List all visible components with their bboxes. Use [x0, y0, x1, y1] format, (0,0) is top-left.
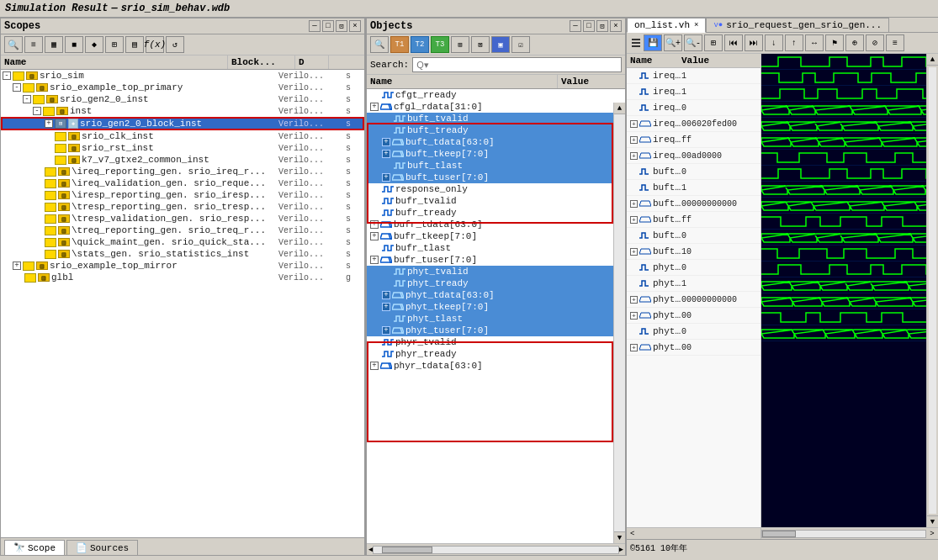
obj-scroll-up[interactable]: ▲ [614, 103, 625, 114]
scope-tree-item[interactable]: ▤\treq_reporting_gen. srio_treq_r...Veri… [1, 225, 364, 236]
expand-icon[interactable]: + [382, 326, 390, 335]
scope-tree-item[interactable]: ▤\ireq_validation_gen. srio_reque...Veri… [1, 177, 364, 189]
wave-signal-row[interactable]: buft_tready1 [627, 180, 760, 196]
expand-icon[interactable]: + [630, 296, 638, 304]
scope-tree-item[interactable]: ▤srio_clk_instVerilo...s [1, 130, 364, 142]
object-list-item[interactable]: response_only [367, 183, 625, 195]
scopes-minimize-btn[interactable]: — [309, 20, 321, 32]
scope-tree-item[interactable]: -▤srio_simVerilo...s [1, 70, 364, 82]
objects-scroll-thumb[interactable] [382, 547, 432, 553]
object-list-item[interactable]: + cfgl_rdata[31:0] [367, 101, 625, 113]
wave-signal-row[interactable]: ireq_tready1 [627, 84, 760, 100]
scope-tree-item[interactable]: ▤\iresp_reporting_gen. srio_iresp...Veri… [1, 189, 364, 201]
expand-icon[interactable]: + [382, 150, 390, 158]
wave-signal-row[interactable]: + phyt_...7:000 [627, 340, 760, 356]
expand-icon[interactable]: + [382, 291, 390, 299]
object-list-item[interactable]: phyt_tvalid [367, 266, 625, 277]
wave-arrow-btn[interactable]: ↔ [805, 34, 824, 51]
wave-tab-close-icon[interactable]: × [694, 21, 698, 29]
object-list-item[interactable]: phyr_tready [367, 348, 625, 360]
wave-save-btn[interactable]: 💾 [644, 34, 662, 51]
scopes-close-btn[interactable]: × [349, 20, 361, 32]
obj-t5-btn[interactable]: ⊠ [471, 36, 490, 53]
expand-icon[interactable]: + [370, 232, 379, 240]
scope-tree-item[interactable]: ▤\tresp_reporting_gen. srio_tresp...Veri… [1, 201, 364, 213]
wave-tab-onlist[interactable]: on_list.vh × [627, 18, 706, 33]
object-list-item[interactable]: + buft_tuser[7:0] [367, 172, 625, 183]
wave-signal-row[interactable]: + buft_...63:000000000000 [627, 196, 760, 212]
expand-icon[interactable]: - [3, 71, 11, 80]
object-list-item[interactable]: cfgt_rready [367, 89, 625, 101]
wave-horiz-scrollbar[interactable]: < > [627, 527, 938, 539]
wave-signal-row[interactable]: + buft_...7:0ff [627, 212, 760, 228]
scopes-tree[interactable]: -▤srio_simVerilo...s-▤srio_example_top_p… [1, 70, 364, 537]
wave-scroll-thumb[interactable] [929, 67, 936, 514]
wave-signal-row[interactable]: buft_tlast0 [627, 228, 760, 244]
object-list-item[interactable]: bufr_tlast [367, 242, 625, 254]
wave-graph[interactable] [761, 54, 926, 527]
object-list-item[interactable]: buft_tlast [367, 160, 625, 172]
wave-copy-btn[interactable]: ⊕ [845, 34, 864, 51]
scope-tree-item[interactable]: -▤srio_gen2_0_instVerilo...s [1, 93, 364, 105]
scope-tab[interactable]: 🔭 Scope [4, 540, 65, 555]
objects-restore-btn[interactable]: ⊡ [596, 20, 608, 32]
search-icon-btn[interactable]: 🔍 [4, 36, 23, 53]
wave-signal-row[interactable]: + ireq_...63:0006020fed00 [627, 116, 760, 132]
expand-icon[interactable]: - [33, 107, 41, 115]
wave-h-thumb[interactable] [762, 531, 796, 537]
expand-icon[interactable]: + [382, 303, 390, 311]
scope-tree-item[interactable]: ▤glblVerilo...g [1, 272, 364, 283]
object-list-item[interactable]: buft_tready [367, 124, 625, 136]
wave-zoom-fit-btn[interactable]: ⊞ [704, 34, 723, 51]
object-list-item[interactable]: + phyr_tdata[63:0] [367, 360, 625, 372]
wave-down-btn[interactable]: ↓ [765, 34, 783, 51]
object-list-item[interactable]: + bufr_tuser[7:0] [367, 254, 625, 266]
wave-signal-row[interactable]: buft_tvalid0 [627, 164, 760, 180]
object-list-item[interactable]: bufr_tvalid [367, 195, 625, 207]
wave-scroll-track-h[interactable] [761, 528, 926, 539]
wave-signal-row[interactable]: phyt_tlast0 [627, 324, 760, 340]
expand-icon[interactable]: + [630, 216, 638, 224]
wave-up-btn[interactable]: ↑ [785, 34, 803, 51]
object-list-item[interactable]: + bufr_tkeep[7:0] [367, 230, 625, 242]
square-icon-btn[interactable]: ■ [65, 36, 83, 53]
scope-tree-item[interactable]: ▤\quick_maint_gen. srio_quick_sta...Veri… [1, 236, 364, 248]
wave-signal-row[interactable]: + phyt_...63:000000000000 [627, 292, 760, 308]
expand-icon[interactable]: + [370, 256, 379, 264]
wave-flag-btn[interactable]: ⚑ [825, 34, 844, 51]
objects-list[interactable]: cfgt_rready+ cfgl_rdata[31:0] buft_tvali… [367, 89, 625, 543]
expand-icon[interactable]: + [630, 120, 638, 128]
wave-h-track[interactable] [761, 530, 926, 538]
expand-icon[interactable]: - [23, 95, 31, 103]
objects-maximize-btn[interactable]: □ [583, 20, 595, 32]
expand-icon[interactable]: + [630, 248, 638, 256]
wave-signal-row[interactable]: + ireq_...7:0ff [627, 132, 760, 148]
list-icon-btn[interactable]: ≡ [24, 36, 43, 53]
expand-icon[interactable]: + [630, 136, 638, 144]
expand-icon[interactable]: + [370, 220, 379, 229]
objects-scrollbar-h[interactable]: ◀ ▶ [367, 543, 625, 555]
object-list-item[interactable]: phyt_tlast [367, 313, 625, 325]
expand-icon[interactable]: + [13, 262, 21, 270]
search-input[interactable] [412, 57, 622, 72]
scope-tree-item[interactable]: ▤\stats_gen. srio_statistics_instVerilo.… [1, 248, 364, 260]
expand-icon[interactable]: + [382, 138, 390, 146]
wave-signal-row[interactable]: phyt_tvalid0 [627, 260, 760, 276]
object-list-item[interactable]: + phyt_tdata[63:0] [367, 289, 625, 301]
object-list-item[interactable]: + buft_tkeep[7:0] [367, 148, 625, 160]
wave-signal-row[interactable]: + phyt_...7:000 [627, 308, 760, 324]
scope-tree-item[interactable]: ▤k7_v7_gtxe2_common_instVerilo...s [1, 154, 364, 166]
wave-scroll-right-area[interactable]: > [926, 528, 938, 539]
expand-icon[interactable]: + [45, 119, 53, 128]
wave-signal-row[interactable]: ireq_tvalid1 [627, 68, 760, 84]
fx-icon-btn[interactable]: f(x) [146, 36, 164, 53]
scopes-maximize-btn[interactable]: □ [322, 20, 334, 32]
objects-close-btn[interactable]: × [610, 20, 622, 32]
obj-t4-btn[interactable]: ⊞ [451, 36, 469, 53]
expand-icon[interactable]: + [630, 312, 638, 320]
wave-signal-row[interactable]: phyt_tready1 [627, 276, 760, 292]
wave-vert-scrollbar[interactable]: ▲ ▼ [926, 54, 938, 527]
objects-minimize-btn[interactable]: — [570, 20, 581, 32]
obj-t3-btn[interactable]: T3 [431, 36, 449, 53]
object-list-item[interactable]: phyt_tready [367, 277, 625, 289]
